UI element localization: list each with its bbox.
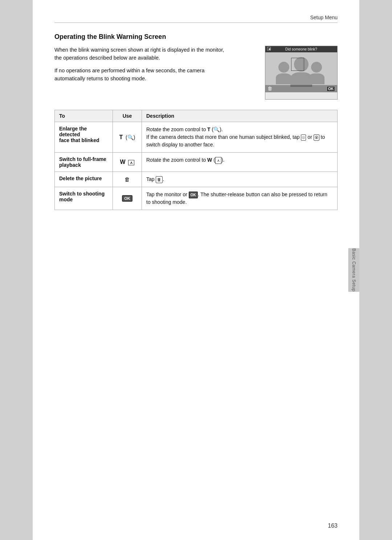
preview-trash-icon: 🗑 (268, 86, 272, 92)
row1-use: T (🔍) (113, 122, 142, 153)
row2-to: Switch to full-frameplayback (55, 153, 113, 172)
silhouette-right (309, 62, 324, 84)
face-icon-right: ⦿ (314, 134, 319, 141)
page-number: 163 (328, 523, 338, 529)
preview-label: Did someone blink? (285, 47, 317, 51)
sidebar-label: Basic Camera Setup (351, 248, 356, 291)
intro-text-block: When the blink warning screen shown at r… (54, 46, 254, 87)
preview-bottom-strip: 🗑 OK (265, 85, 337, 92)
t-button-icon: T (119, 134, 123, 140)
page-header: Setup Menu (54, 15, 338, 23)
zoom-q-icon: (🔍) (124, 134, 135, 140)
row3-to: Delete the picture (55, 172, 113, 187)
row4-use: OK (113, 187, 142, 210)
silhouette-left (276, 62, 292, 84)
row2-use: W ⋏ (113, 153, 142, 172)
camera-preview: ◀ Did someone blink? (265, 46, 338, 100)
intro-paragraph-1: When the blink warning screen shown at r… (54, 46, 229, 62)
row2-desc: Rotate the zoom control to W (⋏). (142, 153, 338, 172)
body-left (276, 73, 292, 84)
row3-desc: Tap 🗑. (142, 172, 338, 187)
table-row: Switch to full-frameplayback W ⋏ Rotate … (55, 153, 338, 172)
operations-table: To Use Description Enlarge the detectedf… (54, 110, 338, 210)
ok-button-icon: OK (122, 195, 132, 202)
preview-body: 🗑 OK (265, 52, 337, 92)
ok-inline-icon: OK (189, 192, 198, 198)
face-detection-box (291, 58, 304, 71)
wide-symbol: ⋏ (127, 159, 135, 165)
col-header-description: Description (142, 110, 338, 122)
preview-ok-button: OK (327, 86, 335, 92)
intro-section: When the blink warning screen shown at r… (54, 46, 338, 100)
sidebar-tab: Basic Camera Setup (348, 248, 359, 292)
row1-to: Enlarge the detectedface that blinked (55, 122, 113, 153)
col-header-to: To (55, 110, 113, 122)
body-right (309, 73, 324, 84)
table-row: Switch to shootingmode OK Tap the monito… (55, 187, 338, 210)
row4-desc: Tap the monitor or OK. The shutter-relea… (142, 187, 338, 210)
section-title: Operating the Blink Warning Screen (54, 33, 338, 41)
row1-desc: Rotate the zoom control to T (🔍). If the… (142, 122, 338, 153)
face-icon-left: ⦾ (301, 134, 306, 141)
w-button-icon: W (120, 159, 126, 165)
row3-use: 🗑 (113, 172, 142, 187)
head-right (311, 62, 322, 73)
table-header-row: To Use Description (55, 110, 338, 122)
silhouettes (272, 55, 330, 90)
preview-left-icon: ◀ (267, 47, 271, 51)
head-left (278, 62, 289, 73)
preview-top-bar: ◀ Did someone blink? (265, 46, 337, 52)
trash-button-icon: 🗑 (124, 176, 130, 182)
w-wide-icon: ⋏ (215, 157, 221, 164)
tap-trash-icon: 🗑 (156, 176, 163, 183)
row4-to: Switch to shootingmode (55, 187, 113, 210)
table-row: Delete the picture 🗑 Tap 🗑. (55, 172, 338, 187)
header-title: Setup Menu (310, 15, 338, 20)
intro-paragraph-2: If no operations are performed within a … (54, 67, 229, 83)
col-header-use: Use (113, 110, 142, 122)
table-row: Enlarge the detectedface that blinked T … (55, 122, 338, 153)
